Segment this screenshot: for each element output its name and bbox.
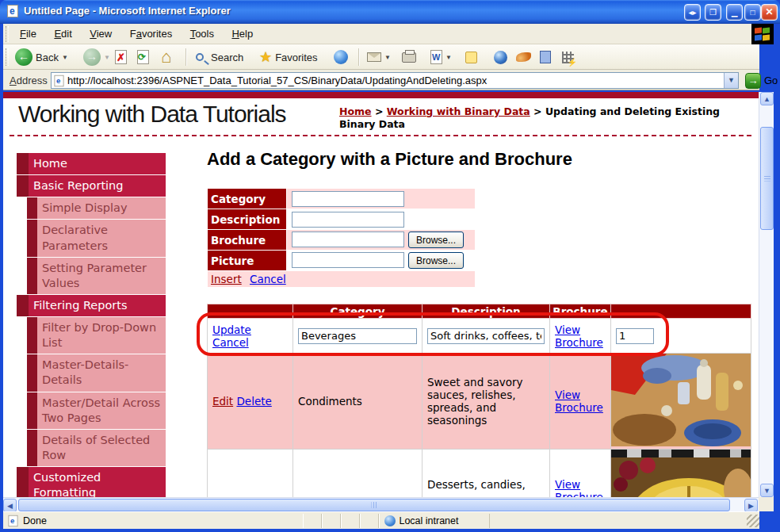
menu-view[interactable]: View (82, 24, 119, 44)
menu-grip[interactable] (6, 26, 9, 42)
discuss-button[interactable] (463, 47, 480, 67)
sidebar-item-label: Home (29, 153, 166, 174)
pan-left-right-button[interactable]: ◂▸ (684, 4, 701, 21)
delete-link[interactable]: Delete (236, 395, 271, 408)
form-cancel-link[interactable]: Cancel (250, 273, 286, 285)
ie-page-icon: e (7, 5, 18, 17)
home-button[interactable]: ⌂ (159, 47, 174, 67)
description-field[interactable] (292, 212, 404, 228)
resize-grip[interactable] (747, 515, 759, 527)
picture-browse-button[interactable]: Browse... (408, 252, 464, 269)
horizontal-scroll-thumb[interactable] (18, 499, 730, 511)
picture-field[interactable] (292, 252, 404, 268)
breadcrumb-home-link[interactable]: Home (339, 105, 372, 117)
word-icon: W (430, 50, 442, 64)
sidebar-item-basic-reporting[interactable]: Basic Reporting (17, 175, 166, 197)
refresh-button[interactable]: ⟳ (135, 47, 151, 67)
search-button[interactable]: Search (193, 47, 246, 67)
status-pane (322, 514, 341, 528)
back-dropdown-icon[interactable]: ▼ (62, 54, 68, 61)
insert-link[interactable]: Insert (211, 273, 242, 285)
sidebar-item-filter-by-dropdown-list[interactable]: Filter by Drop-Down List (27, 317, 166, 354)
mail-icon (367, 52, 381, 62)
description-label: Description (208, 209, 287, 230)
edit-link[interactable]: Edit (212, 395, 233, 408)
popout-button[interactable]: ❐ (705, 4, 721, 21)
extension-research-button[interactable] (537, 47, 553, 67)
media-globe-icon (334, 50, 348, 64)
toolbar-grip[interactable] (6, 48, 9, 66)
sidebar-item-label: Simple Display (37, 197, 166, 219)
print-button[interactable] (400, 47, 419, 67)
sidebar-item-label: Filter by Drop-Down List (37, 317, 166, 354)
extension-grid-button[interactable] (560, 47, 576, 67)
media-button[interactable] (331, 47, 350, 67)
extension-fox-button[interactable] (514, 47, 533, 67)
back-button[interactable]: ← Back▼ (13, 47, 71, 67)
address-input[interactable]: e http://localhost:2396/ASPNET_Data_Tuto… (51, 72, 739, 89)
sidebar-item-master-detail-two-pages[interactable]: Master/Detail Across Two Pages (27, 392, 166, 429)
site-title: Working with Data Tutorials (18, 101, 286, 128)
nav-tab (27, 197, 37, 219)
brochure-browse-button[interactable]: Browse... (408, 232, 464, 248)
nav-tab (27, 220, 37, 256)
stop-button[interactable]: ✗ (113, 47, 129, 67)
scroll-up-icon[interactable]: ▲ (760, 92, 774, 105)
sidebar-item-label: Details of Selected Row (37, 430, 166, 466)
menu-tools[interactable]: Tools (183, 24, 221, 44)
brochure-field[interactable] (292, 232, 404, 247)
extension-sphere-button[interactable] (491, 47, 510, 67)
view-brochure-link[interactable]: View Brochure (555, 478, 603, 497)
edit-with-word-button[interactable]: W ▼ (428, 47, 454, 67)
sidebar-item-home[interactable]: Home (17, 153, 166, 174)
status-text: Done (23, 515, 47, 526)
browser-window: e Untitled Page - Microsoft Internet Exp… (0, 0, 780, 532)
go-button[interactable]: → Go (745, 72, 778, 89)
sidebar-item-label: Declarative Parameters (37, 220, 166, 256)
nav-tab (17, 153, 29, 174)
menu-bar: File Edit View Favorites Tools Help (3, 24, 759, 44)
sidebar-item-details-of-selected-row[interactable]: Details of Selected Row (27, 430, 166, 466)
menu-file[interactable]: File (13, 24, 44, 44)
menu-help[interactable]: Help (224, 24, 260, 44)
sidebar-item-master-details-details[interactable]: Master-Details-Details (27, 354, 166, 391)
sidebar-item-simple-display[interactable]: Simple Display (27, 197, 166, 219)
forward-button[interactable]: →▼ (81, 47, 113, 67)
scrollbar-corner (759, 497, 774, 511)
status-pane (360, 514, 379, 528)
horizontal-scrollbar[interactable]: ◀ ▶ (3, 497, 759, 511)
sidebar-item-filtering-reports[interactable]: Filtering Reports (17, 295, 166, 316)
nav-tab (27, 317, 37, 354)
breadcrumb-section-link[interactable]: Working with Binary Data (387, 105, 530, 117)
address-dropdown-icon[interactable]: ▼ (724, 73, 738, 88)
close-button[interactable]: ✕ (761, 4, 778, 21)
scroll-right-icon[interactable]: ▶ (744, 499, 758, 512)
picture-label: Picture (208, 251, 287, 271)
address-bar: Address e http://localhost:2396/ASPNET_D… (3, 70, 759, 90)
view-brochure-link[interactable]: View Brochure (555, 388, 603, 414)
sidebar-nav: Home Basic Reporting Simple Display Decl… (17, 153, 166, 497)
sidebar-item-customized-formatting[interactable]: Customized Formatting (17, 467, 166, 497)
vertical-scroll-thumb[interactable] (760, 127, 774, 230)
sidebar-item-label: Basic Reporting (29, 175, 166, 197)
vertical-scrollbar[interactable]: ▲ ▼ (759, 92, 774, 497)
grid-cell-category: Confections (293, 450, 422, 498)
zone-globe-icon (384, 515, 396, 526)
nav-tab (17, 175, 29, 197)
minimize-button[interactable]: ▁ (726, 4, 743, 21)
sidebar-item-setting-parameter-values[interactable]: Setting Parameter Values (27, 258, 166, 294)
category-label: Category (208, 189, 287, 209)
fox-icon (516, 52, 531, 62)
menu-favorites[interactable]: Favorites (123, 24, 179, 44)
scroll-down-icon[interactable]: ▼ (760, 484, 774, 497)
sidebar-item-declarative-parameters[interactable]: Declarative Parameters (27, 220, 166, 256)
grid-row-condiments: Edit Delete Condiments Sweet and savory … (208, 354, 751, 450)
maximize-button[interactable]: □ (744, 4, 761, 21)
scroll-left-icon[interactable]: ◀ (3, 499, 17, 512)
menu-edit[interactable]: Edit (47, 24, 78, 44)
sidebar-item-label: Setting Parameter Values (37, 258, 166, 294)
mail-button[interactable]: ▼ (365, 47, 393, 67)
annotation-highlight (197, 312, 669, 356)
category-field[interactable] (292, 191, 404, 207)
favorites-button[interactable]: ★ Favorites (257, 47, 320, 67)
